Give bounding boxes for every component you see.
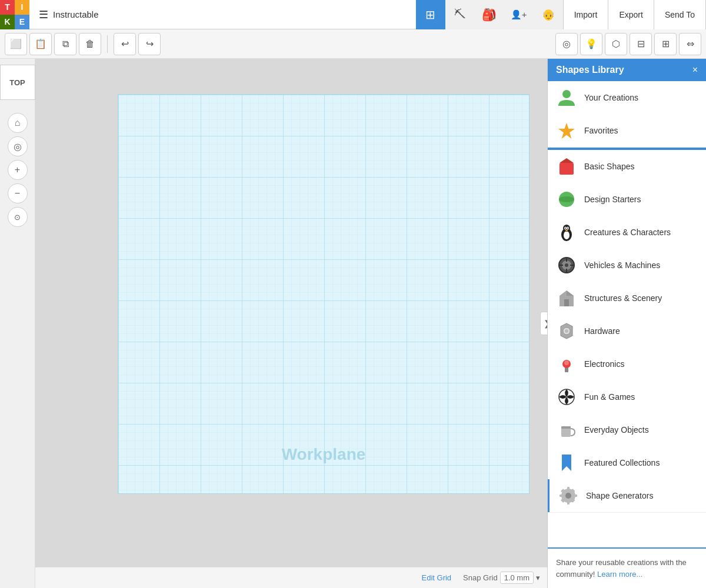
action-buttons: Import Export Send To	[563, 0, 706, 29]
featured-icon	[556, 452, 577, 473]
zoom-in-button[interactable]: +	[8, 160, 28, 180]
align-button[interactable]: ⊟	[630, 33, 652, 55]
library-section-shapes: Basic Shapes Design Starters	[548, 150, 706, 513]
topbar-right: ⊞ ⛏ 🎒 👤+ 👴 Import Export Send To	[416, 0, 706, 29]
everyday-label: Everyday Objects	[584, 425, 649, 435]
grid-view-button[interactable]: ⊞	[416, 0, 445, 29]
left-panel: TOP ⌂ ◎ + − ⊙	[0, 59, 35, 588]
user-profile-button[interactable]: 👴	[534, 0, 563, 29]
snap-grid-label: Snap Grid	[463, 573, 498, 582]
hardware-label: Hardware	[584, 326, 620, 336]
fit-view-button[interactable]: ◎	[8, 136, 28, 156]
shape-button[interactable]: ⬡	[605, 33, 627, 55]
electronics-label: Electronics	[584, 359, 624, 369]
camera-button[interactable]: ◎	[555, 33, 578, 55]
library-title: Shapes Library	[556, 65, 624, 75]
svg-rect-4	[560, 163, 574, 175]
snap-grid-control: Snap Grid 1.0 mm ▾	[463, 572, 540, 584]
canvas-area[interactable]: Workplane ❯ Edit Grid Snap Grid 1.0 mm ▾	[35, 59, 547, 588]
toolbar-right: ◎ 💡 ⬡ ⊟ ⊞ ⇔	[555, 33, 701, 55]
svg-rect-40	[560, 495, 563, 497]
electronics-icon	[556, 353, 577, 375]
library-item-basic-shapes[interactable]: Basic Shapes	[548, 150, 706, 183]
logo-i: I	[15, 0, 29, 15]
light-button[interactable]: 💡	[580, 33, 602, 55]
shape-generators-icon	[558, 485, 579, 506]
import-button[interactable]: Import	[564, 0, 609, 29]
collapse-panel-button[interactable]: ❯	[540, 312, 547, 335]
zoom-out-button[interactable]: −	[8, 183, 28, 203]
hamburger-icon[interactable]: ☰	[39, 8, 48, 21]
svg-point-31	[564, 360, 569, 365]
hardware-icon	[556, 320, 577, 342]
svg-point-15	[565, 230, 568, 231]
library-item-favorites[interactable]: Favorites	[548, 114, 706, 147]
creatures-label: Creatures & Characters	[584, 228, 671, 237]
creatures-icon	[556, 222, 577, 243]
fun-games-label: Fun & Games	[584, 392, 635, 402]
user-add-button[interactable]: 👤+	[504, 0, 534, 29]
svg-rect-39	[567, 501, 570, 505]
workplane: Workplane	[118, 94, 530, 494]
library-close-button[interactable]: ×	[692, 65, 698, 75]
duplicate-button[interactable]: ⧉	[54, 33, 76, 55]
svg-rect-41	[574, 495, 577, 497]
basic-shapes-label: Basic Shapes	[584, 162, 635, 171]
library-list: Your Creations Favorites Basic Shape	[548, 81, 706, 547]
undo-button[interactable]: ↩	[114, 33, 136, 55]
svg-point-7	[559, 196, 574, 202]
library-footer: Share your reusable creations with the c…	[548, 547, 706, 588]
library-item-shape-generators[interactable]: Shape Generators	[548, 479, 706, 512]
shape-generators-label: Shape Generators	[586, 491, 653, 500]
learn-more-link[interactable]: Learn more...	[597, 570, 642, 579]
svg-marker-35	[562, 455, 571, 471]
featured-label: Featured Collections	[584, 458, 660, 467]
svg-marker-5	[560, 158, 574, 163]
structures-icon	[556, 288, 577, 309]
favorites-label: Favorites	[584, 126, 618, 135]
app-logo: T I K E	[0, 0, 29, 29]
mirror-button[interactable]: ⇔	[679, 33, 701, 55]
design-starters-label: Design Starters	[584, 195, 641, 204]
library-item-vehicles[interactable]: Vehicles & Machines	[548, 249, 706, 282]
group-button[interactable]: ⊞	[654, 33, 677, 55]
library-section-user: Your Creations Favorites	[548, 81, 706, 148]
library-item-everyday[interactable]: Everyday Objects	[548, 413, 706, 446]
redo-button[interactable]: ↪	[138, 33, 161, 55]
copy-button[interactable]: 📋	[29, 33, 52, 55]
library-item-featured[interactable]: Featured Collections	[548, 446, 706, 479]
shapes-library-panel: Shapes Library × Your Creations Favorite…	[547, 59, 706, 588]
svg-point-18	[565, 263, 568, 267]
export-button[interactable]: 🎒	[475, 0, 504, 29]
app-title-bar: ☰ Instructable	[29, 8, 416, 21]
svg-rect-1	[118, 95, 529, 493]
new-button[interactable]: ⬜	[5, 33, 27, 55]
snap-grid-value[interactable]: 1.0 mm	[500, 572, 534, 584]
favorites-icon	[556, 120, 577, 141]
your-creations-icon	[556, 87, 577, 108]
home-view-button[interactable]: ⌂	[8, 113, 28, 133]
svg-rect-34	[561, 426, 571, 429]
library-item-creatures[interactable]: Creatures & Characters	[548, 216, 706, 249]
logo-e: E	[15, 15, 29, 29]
delete-button[interactable]: 🗑	[79, 33, 101, 55]
layers-button[interactable]: ⊙	[8, 207, 28, 227]
bottom-bar: Edit Grid Snap Grid 1.0 mm ▾	[35, 567, 547, 588]
svg-marker-24	[567, 290, 574, 296]
tools-button[interactable]: ⛏	[445, 0, 475, 29]
library-item-fun-games[interactable]: Fun & Games	[548, 380, 706, 413]
library-item-hardware[interactable]: Hardware	[548, 315, 706, 348]
snap-grid-arrow[interactable]: ▾	[536, 573, 540, 582]
edit-grid-label[interactable]: Edit Grid	[422, 573, 452, 582]
main-area: TOP ⌂ ◎ + − ⊙ Workplane ❯	[0, 59, 706, 588]
library-item-your-creations[interactable]: Your Creations	[548, 81, 706, 114]
export-button2[interactable]: Export	[608, 0, 654, 29]
library-item-design-starters[interactable]: Design Starters	[548, 183, 706, 216]
library-item-electronics[interactable]: Electronics	[548, 348, 706, 380]
structures-label: Structures & Scenery	[584, 293, 662, 303]
svg-rect-25	[564, 299, 569, 306]
library-item-structures[interactable]: Structures & Scenery	[548, 282, 706, 315]
svg-point-9	[564, 231, 570, 239]
sendto-button[interactable]: Send To	[654, 0, 706, 29]
vehicles-icon	[556, 255, 577, 276]
